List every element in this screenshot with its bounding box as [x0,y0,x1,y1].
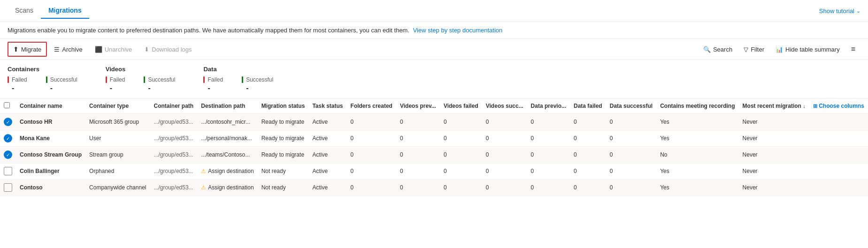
filter-button[interactable]: ▽ Filter [738,43,769,56]
table-row: ✓Contoso HRMicrosoft 365 group.../group/… [0,114,868,130]
description-bar: Migrations enable you to migrate content… [0,22,868,39]
videos-prev-cell: 0 [396,114,440,130]
containers-stats: Failed - Successful - [8,76,77,92]
migration-status-cell: Not ready [258,163,309,180]
task-status-cell: Active [308,180,346,196]
summary-data-title: Data [203,66,273,73]
task-status-cell: Active [308,147,346,163]
toolbar-right: 🔍 Search ▽ Filter 📊 Hide table summary ≡ [698,42,860,57]
folders-created-cell: 0 [347,180,396,196]
col-container-type[interactable]: Container type [85,98,150,114]
table-row: ✓Contoso Stream GroupStream group.../gro… [0,147,868,163]
data-successful-cell: 0 [606,114,656,130]
data-previo-cell: 0 [527,130,570,147]
col-videos-prev[interactable]: Videos prev... [396,98,440,114]
step-by-step-link[interactable]: View step by step documentation [413,27,503,34]
show-tutorial-button[interactable]: Show tutorial ⌄ [819,8,860,15]
unarchive-icon: ⬛ [95,46,102,53]
videos-failed-cell: 0 [440,147,482,163]
row-checkbox-cell[interactable]: ✓ [0,114,16,130]
row-checkbox-cell[interactable] [0,180,16,196]
col-folders-created[interactable]: Folders created [347,98,396,114]
description-text: Migrations enable you to migrate content… [8,27,502,34]
select-all-input[interactable] [4,102,10,108]
row-checkbox-cell[interactable] [0,163,16,180]
task-status-cell: Active [308,130,346,147]
col-contains-meeting[interactable]: Contains meeting recording [656,98,738,114]
choose-columns-cell [809,180,868,196]
container-path-cell: .../group/ed53... [150,180,198,196]
videos-failed-cell: 0 [440,114,482,130]
container-name-cell: Contoso HR [16,114,85,130]
col-container-path[interactable]: Container path [150,98,198,114]
col-destination-path[interactable]: Destination path [197,98,257,114]
container-name-cell: Contoso [16,180,85,196]
nav-tabs: Scans Migrations [8,3,89,19]
data-successful-cell: 0 [606,163,656,180]
folders-created-cell: 0 [347,114,396,130]
row-checkbox-cell[interactable]: ✓ [0,147,16,163]
sort-icon: ↓ [803,103,806,109]
container-type-cell: Companywide channel [85,180,150,196]
videos-prev-cell: 0 [396,180,440,196]
contains-meeting-cell: Yes [656,130,738,147]
warning-icon: ⚠ [201,168,206,174]
archive-icon: ☰ [54,46,60,53]
videos-prev-cell: 0 [396,130,440,147]
most-recent-cell: Never [739,180,809,196]
videos-succ-cell: 0 [482,163,527,180]
tab-scans[interactable]: Scans [8,3,41,19]
col-data-failed[interactable]: Data failed [570,98,606,114]
select-all-checkbox[interactable] [0,98,16,114]
data-successful-cell: 0 [606,130,656,147]
container-type-cell: User [85,130,150,147]
videos-succ-cell: 0 [482,130,527,147]
col-data-previo[interactable]: Data previo... [527,98,570,114]
download-logs-button[interactable]: ⬇ Download logs [139,43,197,56]
videos-prev-cell: 0 [396,147,440,163]
summary-section: Containers Failed - Successful - Videos [0,60,868,98]
videos-failed-cell: 0 [440,180,482,196]
col-videos-succ[interactable]: Videos succ... [482,98,527,114]
tab-migrations[interactable]: Migrations [41,3,89,19]
summary-containers-title: Containers [8,66,77,73]
table-wrapper: Container name Container type Container … [0,98,868,196]
col-data-successful[interactable]: Data successful [606,98,656,114]
videos-failed-value: - [106,84,125,92]
unarchive-button[interactable]: ⬛ Unarchive [90,43,138,56]
col-migration-status[interactable]: Migration status [258,98,309,114]
columns-icon: ⊞ [813,103,817,109]
successful-bar [46,76,47,83]
videos-failed-cell: 0 [440,163,482,180]
search-button[interactable]: 🔍 Search [698,43,737,56]
col-container-name[interactable]: Container name [16,98,85,114]
container-type-cell: Stream group [85,147,150,163]
folders-created-cell: 0 [347,147,396,163]
hide-table-summary-button[interactable]: 📊 Hide table summary [770,43,845,56]
most-recent-cell: Never [739,147,809,163]
container-type-cell: Microsoft 365 group [85,114,150,130]
col-most-recent[interactable]: Most recent migration ↓ [739,98,809,114]
container-name-cell: Contoso Stream Group [16,147,85,163]
videos-succ-cell: 0 [482,114,527,130]
data-successful-stat: Successful - [242,76,273,92]
unchecked-icon [4,183,12,192]
migrate-button[interactable]: ⬆ Migrate [8,42,47,57]
archive-button[interactable]: ☰ Archive [49,43,87,56]
top-nav: Scans Migrations Show tutorial ⌄ [0,0,868,22]
more-icon: ≡ [851,45,855,53]
col-videos-failed[interactable]: Videos failed [440,98,482,114]
search-icon: 🔍 [703,46,711,53]
task-status-cell: Active [308,114,346,130]
download-icon: ⬇ [144,46,149,53]
choose-columns-cell [809,130,868,147]
destination-path-cell: ⚠Assign destination [197,163,257,180]
data-previo-cell: 0 [527,147,570,163]
row-checkbox-cell[interactable]: ✓ [0,130,16,147]
table-summary-icon: 📊 [776,46,783,53]
col-choose-columns[interactable]: ⊞ Choose columns [809,98,868,114]
migrations-table: Container name Container type Container … [0,98,868,196]
more-options-button[interactable]: ≡ [846,42,860,57]
col-task-status[interactable]: Task status [308,98,346,114]
videos-failed-cell: 0 [440,130,482,147]
